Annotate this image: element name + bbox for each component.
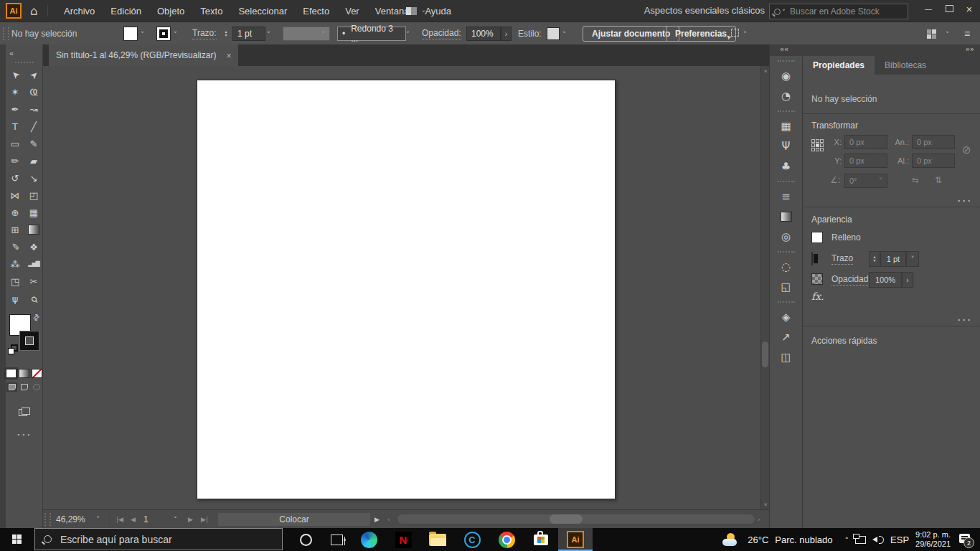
chevron-down-icon[interactable] xyxy=(422,6,425,19)
chevron-down-icon[interactable] xyxy=(906,251,919,267)
panel-group-grip[interactable] xyxy=(770,247,803,257)
arrange-documents-icon[interactable] xyxy=(406,7,417,15)
scroll-left-arrow[interactable]: ‹ xyxy=(387,510,390,528)
chevron-down-icon[interactable] xyxy=(267,27,270,40)
gradient-tool[interactable] xyxy=(25,221,42,238)
transparency-panel-icon[interactable]: ◎ xyxy=(770,227,803,247)
close-button[interactable] xyxy=(959,0,979,17)
asset-export-panel-icon[interactable]: ↗ xyxy=(770,327,803,347)
scroll-right-arrow[interactable]: › xyxy=(758,510,760,528)
tab-propiedades[interactable]: Propiedades xyxy=(803,56,875,75)
magic-wand-tool[interactable]: ✶ xyxy=(6,83,24,100)
opacity-expand-arrow[interactable]: › xyxy=(902,272,913,288)
flip-horizontal-icon[interactable]: ⇋ xyxy=(912,175,919,185)
global-edit-icon[interactable]: ◌ xyxy=(770,257,803,277)
symbols-panel-icon[interactable]: ♣ xyxy=(770,156,803,176)
previous-artboard-icon[interactable]: ◀ xyxy=(131,510,136,528)
zoom-level[interactable]: 46,29% xyxy=(56,510,85,528)
hand-tool[interactable]: ψ xyxy=(6,290,24,307)
fill-swatch[interactable] xyxy=(811,232,823,243)
cortana-button[interactable] xyxy=(290,528,321,551)
panel-group-grip[interactable] xyxy=(770,56,803,66)
menu-archivo[interactable]: Archivo xyxy=(56,6,103,17)
collapse-dock-icon[interactable]: «« xyxy=(780,45,788,53)
home-icon[interactable] xyxy=(30,4,38,18)
stroke-weight-field[interactable]: 1 pt xyxy=(232,27,265,41)
draw-behind-icon[interactable] xyxy=(19,382,29,392)
status-display[interactable]: Colocar xyxy=(218,513,370,526)
opacity-expand-arrow[interactable]: › xyxy=(501,27,512,41)
taskbar-search-input[interactable] xyxy=(59,533,273,546)
rectangle-tool[interactable]: ▭ xyxy=(6,135,24,152)
stroke-weight-value[interactable]: 1 pt xyxy=(880,251,906,267)
panel-group-grip[interactable] xyxy=(770,106,803,116)
brush-definition-dropdown[interactable]: • Redondo 3 ... xyxy=(337,27,406,41)
hidden-icons-chevron[interactable] xyxy=(845,534,849,545)
effects-fx-icon[interactable]: fx. xyxy=(811,291,824,302)
stroke-color-box[interactable] xyxy=(20,331,39,350)
link-dimensions-icon[interactable]: ⊘ xyxy=(962,143,971,156)
swap-fill-stroke-icon[interactable]: ⇄ xyxy=(31,312,42,324)
chevron-down-icon[interactable] xyxy=(174,27,177,40)
crop-image-icon[interactable]: ◱ xyxy=(770,277,803,297)
line-segment-tool[interactable]: ╱ xyxy=(25,118,42,135)
color-button[interactable] xyxy=(6,369,17,378)
chevron-down-icon[interactable] xyxy=(946,27,949,40)
direct-selection-tool[interactable]: ➤ xyxy=(25,66,42,83)
scale-tool[interactable]: ↘ xyxy=(25,169,42,187)
stock-search-input[interactable] xyxy=(788,6,903,17)
eyedropper-tool[interactable]: ✐ xyxy=(6,238,24,255)
default-fill-stroke-icon[interactable] xyxy=(8,344,18,354)
x-field[interactable]: 0 px xyxy=(844,135,887,149)
menu-seleccionar[interactable]: Seleccionar xyxy=(230,6,295,17)
stroke-swatch[interactable] xyxy=(811,252,813,265)
illustrator-icon[interactable]: Ai xyxy=(558,528,593,551)
toolbar-grip[interactable] xyxy=(15,62,34,65)
rotate-tool[interactable]: ↺ xyxy=(6,169,24,187)
minimize-button[interactable] xyxy=(918,0,938,17)
curvature-tool[interactable]: ↝ xyxy=(25,100,42,118)
type-tool[interactable]: T xyxy=(6,118,24,135)
stroke-stepper[interactable] xyxy=(221,27,231,41)
brushes-panel-icon[interactable]: Ψ xyxy=(770,136,803,156)
fill-color-swatch[interactable] xyxy=(123,27,138,41)
zoom-tool[interactable]: ϙ xyxy=(25,290,42,307)
reference-point-locator[interactable] xyxy=(811,139,824,151)
shape-builder-tool[interactable]: ⊕ xyxy=(6,204,24,221)
edit-toolbar-icon[interactable] xyxy=(18,426,31,438)
color-panel-icon[interactable]: ◉ xyxy=(770,66,803,86)
statusbar-grip[interactable] xyxy=(44,513,51,526)
artboards-panel-icon[interactable]: ◫ xyxy=(770,347,803,367)
netflix-icon[interactable]: N xyxy=(386,528,420,551)
first-artboard-icon[interactable]: |◀ xyxy=(116,510,123,528)
paintbrush-tool[interactable]: ✎ xyxy=(25,135,42,152)
menu-efecto[interactable]: Efecto xyxy=(295,6,337,17)
weather-label[interactable]: Parc. nublado xyxy=(775,534,832,545)
pen-tool[interactable]: ✒ xyxy=(6,100,24,118)
status-menu-arrow[interactable] xyxy=(374,510,380,528)
more-options-icon[interactable] xyxy=(958,311,971,324)
opacity-field[interactable]: 100% xyxy=(466,27,501,41)
gradient-panel-icon[interactable] xyxy=(770,207,803,227)
opacity-swatch[interactable] xyxy=(811,273,823,285)
workspace-switcher[interactable]: Aspectos esenciales clásicos xyxy=(644,5,765,16)
stroke-color-swatch[interactable] xyxy=(156,27,171,41)
panel-grip[interactable] xyxy=(3,27,9,40)
stroke-weight-label[interactable]: Trazo: xyxy=(192,28,217,39)
file-explorer-icon[interactable] xyxy=(420,528,455,551)
panel-group-grip[interactable] xyxy=(770,176,803,187)
start-button[interactable] xyxy=(0,528,34,551)
network-icon[interactable] xyxy=(855,536,866,544)
temperature-label[interactable]: 26°C xyxy=(748,534,768,545)
menu-texto[interactable]: Texto xyxy=(192,6,230,17)
symbol-sprayer-tool[interactable]: ⁂ xyxy=(6,255,24,273)
microsoft-store-icon[interactable] xyxy=(524,528,558,551)
artboard-number-field[interactable]: 1 xyxy=(143,510,172,528)
opacity-label[interactable]: Opacidad xyxy=(831,274,868,286)
width-tool[interactable]: ⋈ xyxy=(6,187,24,204)
collapse-toolbar-icon[interactable] xyxy=(9,46,14,58)
last-artboard-icon[interactable]: ▶| xyxy=(201,510,208,528)
chevron-down-icon[interactable] xyxy=(174,514,177,524)
chevron-down-icon[interactable] xyxy=(562,27,566,40)
opacity-label[interactable]: Opacidad: xyxy=(422,28,461,39)
